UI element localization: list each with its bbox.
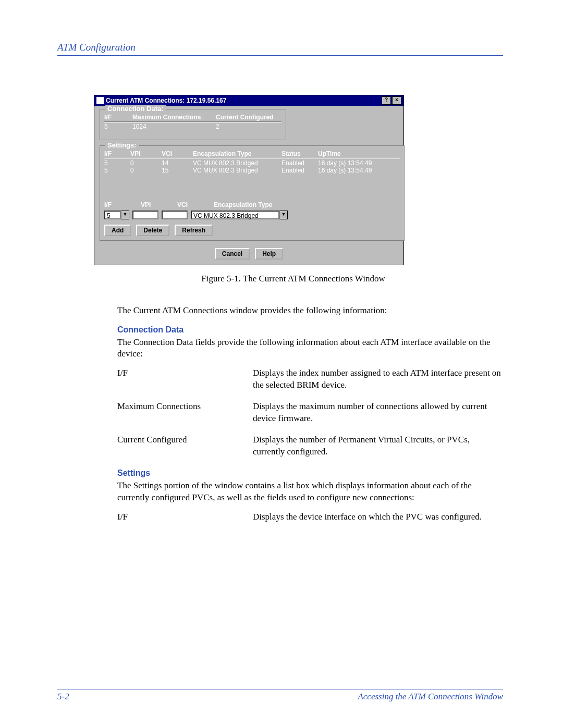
conn-desc: The Connection Data fields provide the f… [117, 337, 503, 361]
cell: 0 [130, 159, 162, 167]
title-bar: Current ATM Connections: 172.19.56.167 ?… [94, 95, 403, 106]
app-icon [96, 97, 104, 104]
vpi-input[interactable] [132, 211, 158, 219]
col-if: I/F [104, 114, 132, 121]
if-select[interactable]: 5 ▼ [104, 211, 129, 219]
enc-value: VC MUX 802.3 Bridged [191, 211, 279, 219]
footer-title: Accessing the ATM Connections Window [358, 692, 503, 702]
cell: VC MUX 802.3 Bridged [193, 167, 282, 174]
help-icon[interactable]: ? [382, 96, 391, 105]
subheading-settings: Settings [117, 467, 503, 479]
cell: 14 [162, 159, 193, 167]
page-number: 5-2 [57, 692, 69, 702]
window-title: Current ATM Connections: 172.19.56.167 [106, 97, 226, 104]
cell-if: 5 [104, 123, 132, 130]
table-row[interactable]: 5 0 15 VC MUX 802.3 Bridged Enabled 16 d… [104, 167, 400, 174]
term: Maximum Connections [117, 401, 253, 425]
cell-max: 1024 [132, 123, 216, 130]
cell: 15 [162, 167, 193, 174]
label-vpi: VPI [141, 201, 177, 208]
col-max: Maximum Connections [132, 114, 216, 121]
cancel-button[interactable]: Cancel [215, 248, 250, 260]
close-icon[interactable]: × [392, 96, 401, 105]
encapsulation-select[interactable]: VC MUX 802.3 Bridged ▼ [191, 211, 288, 219]
col-if: I/F [104, 150, 130, 157]
definition-row: Current Configured Displays the number o… [117, 434, 503, 458]
chevron-down-icon[interactable]: ▼ [121, 211, 129, 219]
col-vci: VCI [162, 150, 193, 157]
chevron-down-icon[interactable]: ▼ [279, 211, 288, 219]
label-if: I/F [104, 201, 141, 208]
col-uptime: UpTime [318, 150, 396, 157]
col-status: Status [282, 150, 318, 157]
cell: Enabled [282, 167, 318, 174]
cell: 5 [104, 159, 130, 167]
cell: 16 day (s) 13:54:49 [318, 159, 396, 167]
col-enc: Encapsulation Type [193, 150, 282, 157]
settings-desc: The Settings portion of the window conta… [117, 480, 503, 504]
delete-button[interactable]: Delete [136, 225, 169, 236]
add-button[interactable]: Add [104, 225, 131, 236]
cell: Enabled [282, 159, 318, 167]
cell: 5 [104, 167, 130, 174]
definition-row: I/F Displays the index number assigned t… [117, 367, 503, 391]
term: I/F [117, 367, 253, 391]
subheading-connection-data: Connection Data [117, 324, 503, 336]
definition-row: Maximum Connections Displays the maximum… [117, 401, 503, 425]
section-header: ATM Configuration [57, 42, 503, 56]
definition: Displays the index number assigned to ea… [253, 367, 503, 391]
cell-cur: 2 [216, 123, 278, 130]
page-footer: 5-2 Accessing the ATM Connections Window [57, 689, 503, 702]
definition-row: I/F Displays the device interface on whi… [117, 511, 503, 523]
refresh-button[interactable]: Refresh [175, 225, 213, 236]
connection-data-group: Connection Data: I/F Maximum Connections… [100, 109, 286, 140]
table-row[interactable]: 5 0 14 VC MUX 802.3 Bridged Enabled 16 d… [104, 159, 400, 167]
cell: 0 [130, 167, 162, 174]
col-cur: Current Configured [216, 114, 278, 121]
help-button[interactable]: Help [255, 248, 283, 260]
group-legend: Settings: [105, 141, 139, 149]
group-legend: Connection Data: [105, 105, 166, 113]
term: Current Configured [117, 434, 253, 458]
if-value: 5 [104, 211, 121, 219]
table-row: 5 1024 2 [104, 123, 282, 130]
settings-group: Settings: I/F VPI VCI Encapsulation Type… [100, 145, 405, 241]
intro-text: The Current ATM Connections window provi… [117, 305, 503, 317]
definition: Displays the device interface on which t… [253, 511, 503, 523]
figure-caption: Figure 5-1. The Current ATM Connections … [57, 274, 503, 284]
label-enc: Encapsulation Type [214, 201, 297, 208]
definition: Displays the number of Permanent Virtual… [253, 434, 503, 458]
app-window: Current ATM Connections: 172.19.56.167 ?… [94, 95, 404, 265]
cell: VC MUX 802.3 Bridged [193, 159, 282, 167]
label-vci: VCI [177, 201, 214, 208]
col-vpi: VPI [130, 150, 162, 157]
term: I/F [117, 511, 253, 523]
definition: Displays the maximum number of connectio… [253, 401, 503, 425]
vci-input[interactable] [162, 211, 188, 219]
cell: 16 day (s) 13:54:49 [318, 167, 396, 174]
